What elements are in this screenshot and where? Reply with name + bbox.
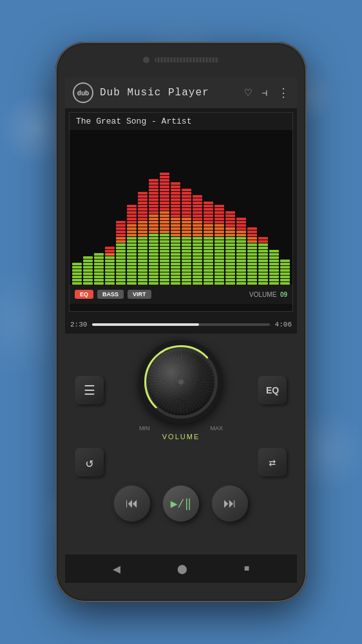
virt-ctrl-btn[interactable]: VIRT xyxy=(128,290,151,299)
app-title: Dub Music Player xyxy=(100,87,245,99)
volume-title: VOLUME xyxy=(162,433,200,440)
bass-ctrl-btn[interactable]: BASS xyxy=(97,290,124,299)
volume-label: VOLUME 09 xyxy=(249,291,287,298)
back-nav-button[interactable]: ◀ xyxy=(113,561,120,577)
eq-btn-text: EQ xyxy=(266,385,279,395)
screen: dub Dub Music Player ♡ ⊣ ⋮ The Great Son… xyxy=(65,77,297,583)
visualizer-container: The Great Song - Artist EQ BASS VIRT VOL… xyxy=(69,112,293,312)
play-pause-button[interactable]: ▶/‖ xyxy=(163,486,199,522)
menu-icon[interactable]: ⋮ xyxy=(278,86,289,100)
eq-bar-group xyxy=(83,130,93,285)
eq-ctrl-btn[interactable]: EQ xyxy=(75,290,93,299)
song-title: The Great Song - Artist xyxy=(70,113,292,130)
eq-bar-group xyxy=(149,130,158,285)
heart-icon[interactable]: ♡ xyxy=(245,86,252,100)
top-bar: dub Dub Music Player ♡ ⊣ ⋮ xyxy=(65,77,297,108)
speaker-grille xyxy=(155,57,219,62)
current-time: 2:30 xyxy=(70,321,87,328)
bottom-nav: ◀ ⬤ ■ xyxy=(65,554,297,583)
eq-bar-group xyxy=(116,130,126,285)
dub-logo-text: dub xyxy=(77,90,89,97)
eq-bar-group xyxy=(72,130,82,285)
prev-icon: ⏮ xyxy=(126,496,138,511)
player-mid-row: ↺ ⇄ xyxy=(75,448,287,477)
eq-bar-group xyxy=(247,130,257,285)
eq-bar-group xyxy=(236,130,246,285)
eq-canvas xyxy=(70,130,292,285)
equalizer-icon[interactable]: ⊣ xyxy=(262,88,267,99)
max-label: MAX xyxy=(210,425,223,431)
progress-fill xyxy=(92,323,198,326)
knob-outer xyxy=(139,340,223,424)
eq-bar-group xyxy=(138,130,148,285)
eq-bar-group xyxy=(182,130,191,285)
controls-bar: EQ BASS VIRT VOLUME 09 xyxy=(70,285,292,304)
eq-bar-group xyxy=(258,130,268,285)
camera-dot xyxy=(143,57,149,63)
volume-value: 09 xyxy=(280,291,287,298)
dub-logo: dub xyxy=(73,82,93,103)
eq-bar-group xyxy=(127,130,137,285)
repeat-icon: ↺ xyxy=(86,455,93,471)
eq-bar-group xyxy=(280,130,290,285)
min-max-labels: MIN MAX xyxy=(139,425,223,431)
shuffle-button[interactable]: ⇄ xyxy=(258,448,287,477)
phone-bottom xyxy=(55,583,307,602)
eq-bar-group xyxy=(214,130,224,285)
eq-bar-group xyxy=(94,130,104,285)
player-body: ☰ xyxy=(65,334,297,554)
playlist-icon: ☰ xyxy=(84,383,95,399)
eq-bar-group xyxy=(193,130,202,285)
repeat-button[interactable]: ↺ xyxy=(75,448,104,477)
recents-nav-button[interactable]: ■ xyxy=(244,564,249,574)
shuffle-icon: ⇄ xyxy=(269,455,276,469)
knob-section: MIN MAX VOLUME xyxy=(139,340,223,440)
next-button[interactable]: ⏭ xyxy=(212,486,248,522)
prev-button[interactable]: ⏮ xyxy=(114,486,150,522)
player-top-row: ☰ xyxy=(75,340,287,440)
playlist-button[interactable]: ☰ xyxy=(75,376,104,404)
progress-area: 2:30 4:06 xyxy=(65,316,297,334)
eq-bar-group xyxy=(160,130,169,285)
next-icon: ⏭ xyxy=(224,496,236,511)
eq-bar-group xyxy=(171,130,180,285)
phone-top xyxy=(55,42,307,77)
total-time: 4:06 xyxy=(275,321,292,328)
top-icons: ♡ ⊣ ⋮ xyxy=(245,86,289,100)
knob-center-dot xyxy=(178,379,184,384)
progress-track[interactable] xyxy=(92,323,269,326)
eq-bar-group xyxy=(204,130,213,285)
volume-knob[interactable] xyxy=(148,348,214,415)
eq-bar-group xyxy=(225,130,235,285)
eq-button[interactable]: EQ xyxy=(258,376,287,404)
eq-bar-group xyxy=(269,130,279,285)
min-label: MIN xyxy=(139,425,150,431)
eq-bar-group xyxy=(105,130,115,285)
phone-frame: dub Dub Music Player ♡ ⊣ ⋮ The Great Son… xyxy=(55,42,307,602)
play-pause-icon: ▶/‖ xyxy=(171,497,191,511)
playback-row: ⏮ ▶/‖ ⏭ xyxy=(114,486,248,522)
home-nav-button[interactable]: ⬤ xyxy=(177,564,187,574)
